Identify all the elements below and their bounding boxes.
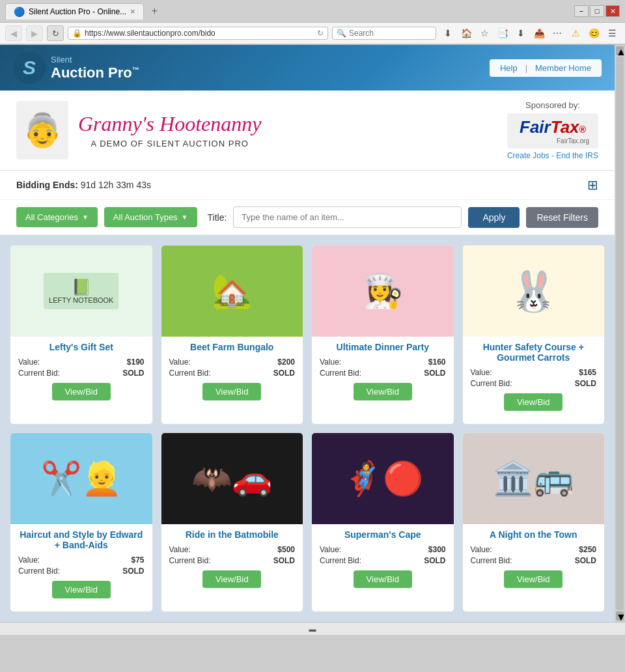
item-title[interactable]: Hunter Safety Course + Gourmet Carrots bbox=[471, 342, 597, 363]
item-image: 🐰 bbox=[463, 245, 605, 337]
pocket-icon[interactable]: ⬇ bbox=[513, 25, 529, 41]
current-bid: SOLD bbox=[575, 379, 596, 388]
search-input[interactable] bbox=[349, 29, 432, 38]
browser-chrome: 🔵 Silent Auction Pro - Online... × + − □… bbox=[0, 0, 625, 45]
logo-auction-pro: Auction Pro™ bbox=[51, 64, 139, 81]
view-bid-button[interactable]: View/Bid bbox=[504, 393, 562, 411]
back-btn[interactable]: ◀ bbox=[5, 25, 22, 41]
item-image: 🏛️🚌 bbox=[463, 433, 605, 524]
item-value: $500 bbox=[277, 545, 295, 554]
bookmark-icon[interactable]: 📑 bbox=[495, 25, 510, 41]
bidding-ends: Bidding Ends: 91d 12h 33m 43s bbox=[16, 180, 151, 190]
item-info: A Night on the Town Value: $250 Current … bbox=[463, 524, 605, 593]
close-btn[interactable]: ✕ bbox=[605, 5, 620, 17]
filter-bar: All Categories ▼ All Auction Types ▼ Tit… bbox=[0, 200, 615, 235]
scroll-track[interactable] bbox=[616, 57, 624, 610]
refresh-icon[interactable]: ↻ bbox=[317, 29, 324, 38]
items-grid: 📗LEFTY NOTEBOOK Lefty's Gift Set Value: … bbox=[0, 235, 615, 622]
search-bar[interactable]: 🔍 bbox=[332, 27, 436, 40]
view-bid-button[interactable]: View/Bid bbox=[52, 383, 111, 400]
view-bid-button[interactable]: View/Bid bbox=[354, 570, 412, 588]
home-icon[interactable]: 🏠 bbox=[458, 25, 474, 41]
nav-separator: | bbox=[525, 63, 527, 73]
item-title[interactable]: Lefty's Gift Set bbox=[18, 342, 145, 352]
menu-icon[interactable]: ☰ bbox=[604, 25, 620, 41]
tab-title: Silent Auction Pro - Online... bbox=[29, 7, 126, 16]
more-icon[interactable]: ⋯ bbox=[549, 25, 565, 41]
bid-label: Current Bid: bbox=[320, 369, 361, 378]
maximize-btn[interactable]: □ bbox=[590, 5, 604, 17]
item-title[interactable]: Superman's Cape bbox=[320, 529, 446, 540]
item-bid-row: Current Bid: SOLD bbox=[320, 556, 446, 565]
star-icon[interactable]: ☆ bbox=[477, 25, 492, 41]
item-card: 🐰 Hunter Safety Course + Gourmet Carrots… bbox=[462, 245, 605, 425]
fairtax-tax: Tax bbox=[551, 117, 579, 137]
view-bid-button[interactable]: View/Bid bbox=[202, 383, 261, 400]
item-details: Value: $190 Current Bid: SOLD bbox=[18, 357, 145, 378]
item-title[interactable]: Beet Farm Bungalo bbox=[169, 342, 296, 352]
grid-view-icon[interactable]: ⊞ bbox=[587, 177, 598, 193]
view-bid-button[interactable]: View/Bid bbox=[52, 581, 111, 598]
item-title[interactable]: Ride in the Batmobile bbox=[169, 529, 296, 540]
item-details: Value: $500 Current Bid: SOLD bbox=[169, 545, 296, 565]
value-label: Value: bbox=[169, 357, 191, 367]
scroll-down-arrow[interactable]: ▼ bbox=[616, 611, 624, 621]
categories-label: All Categories bbox=[25, 212, 78, 222]
view-bid-button[interactable]: View/Bid bbox=[354, 383, 412, 400]
download-icon[interactable]: ⬇ bbox=[440, 25, 456, 41]
auction-types-label: All Auction Types bbox=[113, 212, 178, 222]
item-card: 🏛️🚌 A Night on the Town Value: $250 Curr… bbox=[462, 432, 605, 612]
apply-button[interactable]: Apply bbox=[468, 207, 520, 228]
new-tab-btn[interactable]: + bbox=[146, 3, 163, 20]
item-title[interactable]: A Night on the Town bbox=[471, 529, 597, 540]
tab-favicon: 🔵 bbox=[14, 7, 25, 17]
auction-types-dropdown[interactable]: All Auction Types ▼ bbox=[104, 207, 197, 227]
item-bid-row: Current Bid: SOLD bbox=[471, 556, 597, 565]
lock-icon: 🔒 bbox=[72, 29, 82, 38]
reload-btn[interactable]: ↻ bbox=[47, 25, 64, 41]
browser-tab[interactable]: 🔵 Silent Auction Pro - Online... × bbox=[5, 3, 144, 20]
minimize-btn[interactable]: − bbox=[574, 5, 589, 17]
member-home-link[interactable]: Member Home bbox=[535, 63, 591, 73]
bidding-bar: Bidding Ends: 91d 12h 33m 43s ⊞ bbox=[0, 171, 615, 200]
main-content: S Silent Auction Pro™ Help | Member Home… bbox=[0, 45, 615, 622]
categories-arrow: ▼ bbox=[82, 214, 89, 221]
current-bid: SOLD bbox=[273, 369, 295, 378]
bid-label: Current Bid: bbox=[18, 567, 60, 576]
view-bid-button[interactable]: View/Bid bbox=[202, 570, 261, 588]
reset-filters-button[interactable]: Reset Filters bbox=[526, 207, 598, 228]
item-title[interactable]: Ultimate Dinner Party bbox=[320, 342, 446, 352]
fairtax-r: ® bbox=[579, 124, 586, 135]
warning-icon: ⚠ bbox=[568, 25, 583, 41]
title-filter-input[interactable] bbox=[233, 206, 462, 228]
forward-btn[interactable]: ▶ bbox=[26, 25, 43, 41]
view-bid-button[interactable]: View/Bid bbox=[504, 570, 562, 588]
bidding-ends-label: Bidding Ends: bbox=[16, 180, 78, 190]
item-value-row: Value: $300 bbox=[320, 545, 446, 554]
categories-dropdown[interactable]: All Categories ▼ bbox=[16, 207, 98, 227]
item-info: Ride in the Batmobile Value: $500 Curren… bbox=[161, 524, 303, 593]
emoji-icon[interactable]: 😊 bbox=[586, 25, 602, 41]
item-details: Value: $200 Current Bid: SOLD bbox=[169, 357, 296, 378]
titlebar: 🔵 Silent Auction Pro - Online... × + − □… bbox=[0, 0, 625, 23]
scrollbar[interactable]: ▲ ▼ bbox=[615, 45, 625, 622]
item-value: $250 bbox=[579, 545, 596, 554]
item-bid-row: Current Bid: SOLD bbox=[320, 369, 446, 378]
item-value-row: Value: $200 bbox=[169, 357, 296, 367]
current-bid: SOLD bbox=[424, 369, 445, 378]
fairtax-logo: FairTax® FairTax.org bbox=[507, 113, 598, 148]
browser-toolbar: ◀ ▶ ↻ 🔒 ↻ 🔍 ⬇ 🏠 ☆ 📑 ⬇ 📤 ⋯ ⚠ 😊 ☰ bbox=[0, 23, 625, 44]
help-link[interactable]: Help bbox=[500, 63, 518, 73]
item-bid-row: Current Bid: SOLD bbox=[18, 369, 145, 378]
item-details: Value: $160 Current Bid: SOLD bbox=[320, 357, 446, 378]
item-value-row: Value: $190 bbox=[18, 357, 145, 367]
address-bar[interactable]: 🔒 ↻ bbox=[68, 27, 328, 40]
item-title[interactable]: Haircut and Style by Edward + Band-Aids bbox=[18, 529, 145, 550]
value-label: Value: bbox=[18, 555, 40, 565]
scroll-up-arrow[interactable]: ▲ bbox=[616, 46, 624, 55]
mascot-emoji: 👵 bbox=[22, 111, 62, 149]
item-value-row: Value: $250 bbox=[471, 545, 597, 554]
share-icon[interactable]: 📤 bbox=[531, 25, 547, 41]
address-input[interactable] bbox=[85, 29, 314, 38]
tab-close-btn[interactable]: × bbox=[130, 7, 135, 16]
